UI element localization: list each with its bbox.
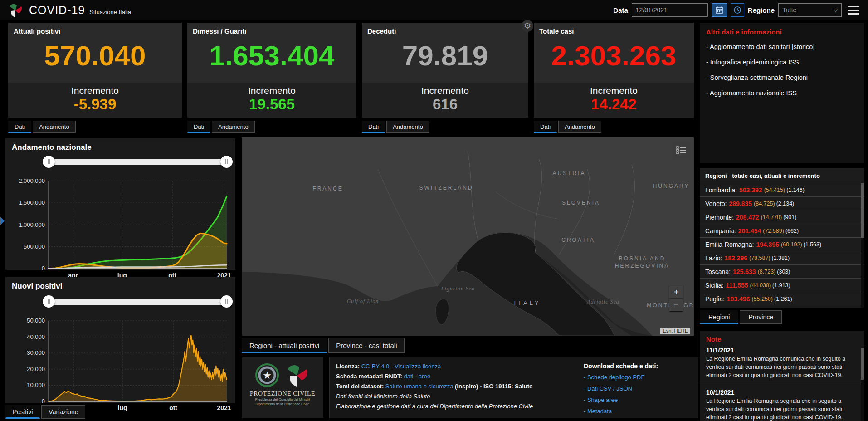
region-total: 201.454 [738,227,761,235]
map-zoom-controls: + − [669,286,683,311]
map-legend-button[interactable] [672,141,690,159]
slider-handle-left[interactable] [43,156,55,168]
map-label-slovenia: SLOVENIA [562,200,600,206]
region-name: Emilia-Romagna: [705,241,754,248]
time-range-slider[interactable] [49,299,227,305]
tab-dati[interactable]: Dati [8,121,31,133]
card-title: Attuali positivi [8,23,182,35]
map-label-ligurian-sea: Ligurian Sea [441,285,475,292]
separator: - [391,363,393,370]
download-link-pdf[interactable]: - Schede riepilogo PDF [584,372,692,383]
svg-text:40.000: 40.000 [27,333,45,340]
region-row-puglia[interactable]: Puglia: 103.496 (55.250) (1.261) [700,292,864,305]
tab-andamento[interactable]: Andamento [212,121,255,133]
tab-map-regioni[interactable]: Regioni - attuali positivi [242,338,327,353]
notes-scrollbar-thumb[interactable] [861,348,864,380]
download-link-metadata[interactable]: - Metadata [584,406,692,417]
themes-link[interactable]: Salute umana e sicurezza [385,383,454,390]
page-subtitle: Situazione Italia [89,9,131,15]
download-link-shape[interactable]: - Shape aree [584,394,692,406]
zoom-in-button[interactable]: + [669,286,683,299]
map-label-gulf-of-lion: Gulf of Lion [347,298,379,305]
map-container[interactable]: FRANCE SWITZERLAND AUSTRIA HUNGARY SLOVE… [242,137,694,336]
link-infografica-iss[interactable]: - Infografica epidemiologica ISS [706,58,819,67]
metadata-aree-link[interactable]: aree [419,373,430,380]
slider-handle-right[interactable] [220,295,233,308]
tab-dati[interactable]: Dati [362,121,385,133]
region-current: (78.587) [749,255,770,261]
card-value: 570.040 [8,36,182,76]
tab-andamento[interactable]: Andamento [558,121,601,133]
note-text: La Regione Emilia Romagna comunica che i… [700,354,864,384]
region-total: 208.472 [736,214,759,221]
calendar-button[interactable] [712,3,727,17]
protezione-civile-logo-icon [7,2,24,18]
region-total: 103.496 [727,295,750,303]
tab-dati[interactable]: Dati [187,121,210,133]
metadata-dati-link[interactable]: dati [404,373,414,380]
view-license-link[interactable]: Visualizza licenza [395,363,441,370]
region-row-campania[interactable]: Campania: 201.454 (72.589) (662) [700,224,864,237]
link-sorveglianza-regioni[interactable]: - Sorveglianza settimanale Regioni [706,73,819,82]
tab-province[interactable]: Province [740,310,781,324]
card-increment-section: Incremento 616 [362,83,528,118]
tab-map-province[interactable]: Province - casi totali [328,338,405,353]
region-row-lombardia[interactable]: Lombardia: 503.392 (54.415) (1.146) [700,183,864,196]
notes-scrollbar[interactable] [861,348,864,421]
region-row-sicilia[interactable]: Sicilia: 111.555 (44.038) (1.913) [700,278,864,292]
card-title: Dimessi / Guariti [187,23,356,35]
slider-handle-right[interactable] [220,156,233,168]
date-input[interactable] [632,3,708,17]
andamento-nazionale-panel: Andamento nazionale 2.000.0001.500.0001.… [5,138,235,270]
gear-icon[interactable]: ⚙ [522,20,533,32]
regions-scrollbar[interactable] [861,183,864,308]
card2-tabs: Dati Andamento [187,121,256,133]
region-row-emilia-romagna[interactable]: Emilia-Romagna: 194.395 (60.192) (1.563) [700,237,864,251]
map-label-bosnia-line1: BOSNIA AND [619,255,666,262]
repubblica-italiana-emblem-icon: ★ [255,363,279,387]
slider-handle-left[interactable] [43,295,55,308]
map-label-bosnia-line2: HERZEGOVINA [615,263,669,269]
tab-positivi[interactable]: Positivi [5,405,40,419]
map-label-switzerland: SWITZERLAND [419,185,473,191]
region-row-veneto[interactable]: Veneto: 289.835 (84.725) (2.134) [700,196,864,210]
chart-title: Andamento nazionale [5,138,235,152]
tab-dati[interactable]: Dati [534,121,557,133]
divider [700,384,864,384]
region-row-toscana[interactable]: Toscana: 125.633 (8.723) (303) [700,264,864,278]
menu-button[interactable] [845,3,862,17]
link-aggiornamento-nazionale-iss[interactable]: - Aggiornamento nazionale ISS [706,89,819,98]
card-title: Totale casi [534,23,694,35]
note-date: 10/1/2021 [700,389,864,396]
tab-regioni[interactable]: Regioni [700,310,738,324]
calendar-icon [715,6,723,14]
tab-andamento[interactable]: Andamento [33,121,76,133]
region-increment: (1.563) [804,241,822,248]
region-increment: (303) [777,269,790,275]
region-increment: (662) [785,228,799,234]
regions-tabs: Regioni Province [700,310,783,324]
time-range-slider[interactable] [49,159,227,165]
download-link-csv-json[interactable]: - Dati CSV / JSON [584,383,692,394]
region-increment: (1.913) [772,282,790,289]
footer-logo-title: PROTEZIONE CIVILE [242,390,323,397]
increment-value: 616 [362,96,528,113]
region-row-lazio[interactable]: Lazio: 182.296 (78.587) (1.381) [700,251,864,264]
zoom-out-button[interactable]: − [669,299,683,311]
svg-text:500.000: 500.000 [24,243,45,250]
region-name: Veneto: [705,200,727,207]
increment-value: 14.242 [534,96,694,113]
license-link[interactable]: CC-BY-4.0 [361,363,390,370]
expand-panel-arrow-icon[interactable] [0,217,5,225]
regions-scrollbar-thumb[interactable] [861,183,864,238]
svg-text:20.000: 20.000 [27,366,45,372]
region-name: Lazio: [705,255,722,262]
link-aggiornamento-dati-sanitari[interactable]: - Aggiornamento dati sanitari [storico] [706,43,819,51]
region-select[interactable]: Tutte ▽ [778,3,842,17]
time-button[interactable] [731,3,744,17]
tab-variazione[interactable]: Variazione [41,405,85,419]
chevron-down-icon: ▽ [834,7,838,13]
region-row-piemonte[interactable]: Piemonte: 208.472 (14.770) (901) [700,210,864,224]
footer-logo-sub1: Presidenza del Consiglio dei Ministri [242,397,323,402]
tab-andamento[interactable]: Andamento [386,121,429,133]
